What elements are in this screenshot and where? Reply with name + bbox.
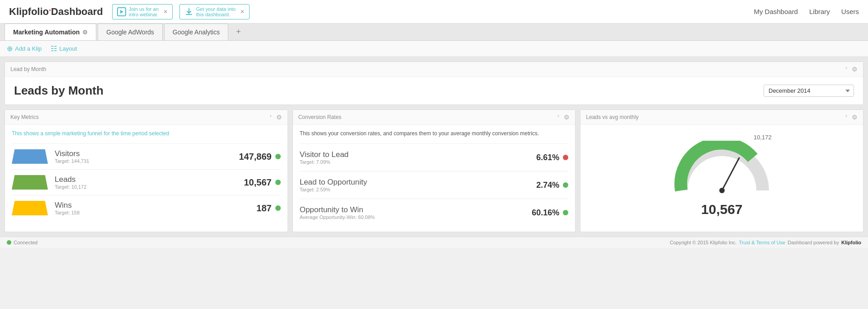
tab-google-adwords[interactable]: Google AdWords (98, 24, 163, 40)
comment-icon[interactable]: ⎖ (269, 114, 273, 121)
footer: Connected Copyright © 2015 Klipfolio Inc… (0, 237, 868, 248)
tab-marketing-automation[interactable]: Marketing Automation ⚙ (5, 24, 96, 40)
gauge-target-label: 10,172 (754, 134, 772, 141)
data-notification[interactable]: Get your data into this dashboard. ✕ (179, 4, 250, 19)
widget-container: Lead by Month ⎖ ⚙ Leads by Month Decembe… (0, 57, 868, 237)
lead-opportunity-label: Lead to Opportunity (300, 178, 537, 187)
nav-users[interactable]: Users (841, 8, 859, 15)
metric-wins: Wins Target: 158 187 (12, 195, 281, 221)
svg-marker-0 (120, 10, 123, 14)
svg-line-1 (722, 158, 739, 190)
gauge-widget: Leads vs avg monthly ⎖ ⚙ 10,172 (580, 109, 863, 232)
webinar-notification[interactable]: Join us for an intro webinar. ✕ (112, 4, 173, 19)
opportunity-win-value: 60.16% (532, 208, 559, 218)
widget-header-icons: ⎖ ⚙ (844, 66, 858, 73)
visitor-lead-status-dot (563, 155, 568, 160)
leads-widget-header: Lead by Month ⎖ ⚙ (5, 62, 863, 77)
key-metrics-header: Key Metrics ⎖ ⚙ (5, 110, 288, 125)
month-dropdown[interactable]: December 2014 (764, 85, 854, 97)
conversion-rates-description: This shows your conversion rates, and co… (300, 130, 569, 137)
widget-row: Key Metrics ⎖ ⚙ This shows a simple mark… (5, 109, 863, 232)
visitors-target: Target: 144,731 (55, 158, 239, 164)
tab-google-analytics-label: Google Analytics (173, 29, 220, 36)
visitors-value: 147,869 (239, 152, 271, 162)
key-metrics-title: Key Metrics (10, 114, 39, 120)
logo: Klipfolio●Dashboard (9, 6, 103, 18)
conversion-rates-header: Conversion Rates ⎖ ⚙ (293, 110, 576, 125)
layout-label: Layout (59, 45, 77, 52)
add-klip-button[interactable]: ⊕ Add a Klip (7, 44, 42, 53)
visitor-lead-value: 6.61% (536, 153, 559, 162)
wins-funnel-shape (12, 201, 48, 215)
opportunity-win-label: Opportunity to Win (300, 205, 532, 214)
tab-google-analytics[interactable]: Google Analytics (164, 24, 228, 40)
nav-library[interactable]: Library (809, 8, 830, 15)
lead-opportunity-target: Target: 2.59% (300, 187, 537, 192)
leads-label: Leads (55, 175, 244, 184)
key-metrics-body: This shows a simple marketing funnel for… (5, 125, 288, 226)
layout-icon: ☷ (51, 44, 57, 53)
settings-icon[interactable]: ⚙ (276, 114, 282, 121)
tab-google-adwords-label: Google AdWords (106, 29, 154, 36)
gauge-current-value: 10,567 (701, 202, 743, 217)
connected-text: Connected (14, 240, 38, 245)
leads-by-month-widget: Lead by Month ⎖ ⚙ Leads by Month Decembe… (5, 62, 863, 105)
visitors-status-dot (275, 154, 281, 159)
leads-target: Target: 10,172 (55, 184, 244, 190)
visitor-lead-target: Target: 7.09% (300, 159, 537, 165)
comment-icon[interactable]: ⎖ (844, 114, 848, 121)
tab-marketing-automation-label: Marketing Automation (13, 29, 80, 36)
settings-icon[interactable]: ⚙ (852, 66, 858, 73)
copyright-text: Copyright © 2015 Klipfolio Inc. (670, 240, 736, 245)
lead-opportunity-status-dot (563, 182, 568, 188)
key-metrics-description: This shows a simple marketing funnel for… (12, 130, 281, 137)
plus-circle-icon: ⊕ (7, 44, 13, 53)
gauge-title: Leads vs avg monthly (586, 114, 638, 120)
gauge-svg (672, 141, 772, 200)
lead-opportunity-value: 2.74% (536, 181, 559, 190)
leads-widget-title: Lead by Month (10, 66, 46, 72)
leads-widget-main-title: Leads by Month (14, 84, 104, 98)
notif2-text: Get your data into this dashboard. (196, 6, 236, 17)
key-metrics-icons: ⎖ ⚙ (269, 114, 282, 121)
comment-icon[interactable]: ⎖ (844, 66, 848, 73)
settings-icon[interactable]: ⚙ (852, 114, 858, 121)
download-icon (184, 7, 193, 16)
conv-visitor-to-lead: Visitor to Lead Target: 7.09% 6.61% (300, 143, 569, 171)
conversion-rates-body: This shows your conversion rates, and co… (293, 125, 576, 232)
wins-value: 187 (256, 203, 271, 214)
opportunity-win-status-dot (563, 210, 568, 215)
leads-widget-body: Leads by Month December 2014 (5, 77, 863, 105)
visitor-lead-label: Visitor to Lead (300, 150, 537, 159)
comment-icon[interactable]: ⎖ (557, 114, 560, 121)
add-klip-label: Add a Klip (15, 45, 42, 52)
wins-status-dot (275, 205, 281, 211)
connected-dot (7, 240, 11, 245)
leads-status-dot (275, 180, 281, 185)
gear-icon[interactable]: ⚙ (82, 29, 88, 36)
conv-opportunity-to-win: Opportunity to Win Average Opportunity-W… (300, 199, 569, 226)
powered-by-text: Dashboard powered by (788, 240, 839, 245)
footer-right: Copyright © 2015 Klipfolio Inc. Trust & … (670, 240, 861, 245)
logo-klipfolio: Klipfolio●Dashboard (9, 6, 103, 18)
trust-link[interactable]: Trust & Terms of Use (739, 240, 786, 245)
main-content: ⊕ Add a Klip ☷ Layout Lead by Month ⎖ ⚙ … (0, 41, 868, 237)
conversion-rates-widget: Conversion Rates ⎖ ⚙ This shows your con… (292, 109, 576, 232)
nav-my-dashboard[interactable]: My Dashboard (754, 8, 798, 15)
gauge-header: Leads vs avg monthly ⎖ ⚙ (580, 110, 863, 125)
visitors-label: Visitors (55, 149, 239, 158)
layout-button[interactable]: ☷ Layout (51, 44, 77, 53)
svg-point-2 (719, 188, 725, 193)
opportunity-win-target: Average Opportunity-Win: 60.08% (300, 214, 532, 220)
gauge-icons: ⎖ ⚙ (844, 114, 858, 121)
visitors-funnel-shape (12, 149, 48, 164)
metric-leads: Leads Target: 10,172 10,567 (12, 169, 281, 195)
notif2-close[interactable]: ✕ (240, 9, 245, 15)
add-tab-button[interactable]: + (230, 24, 247, 40)
header-notifications: Join us for an intro webinar. ✕ Get your… (112, 4, 754, 19)
gauge-body: 10,172 10,567 (580, 125, 863, 226)
conversion-rates-title: Conversion Rates (298, 114, 341, 120)
leads-funnel-shape (12, 175, 48, 190)
notif1-close[interactable]: ✕ (163, 9, 168, 15)
settings-icon[interactable]: ⚙ (564, 114, 570, 121)
